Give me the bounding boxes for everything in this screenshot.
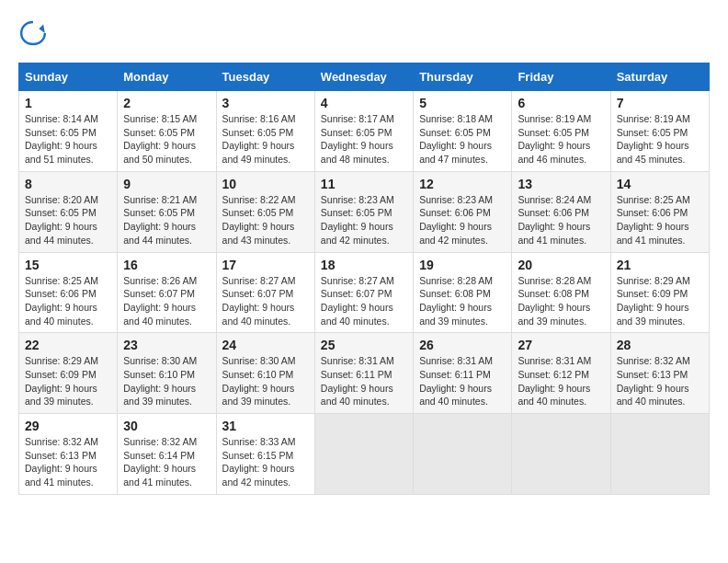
day-number: 4 bbox=[321, 96, 407, 110]
header-saturday: Saturday bbox=[610, 63, 709, 91]
calendar-cell: 2Sunrise: 8:15 AMSunset: 6:05 PMDaylight… bbox=[118, 91, 216, 172]
calendar-cell: 14Sunrise: 8:25 AMSunset: 6:06 PMDayligh… bbox=[610, 171, 709, 252]
calendar-cell: 13Sunrise: 8:24 AMSunset: 6:06 PMDayligh… bbox=[512, 171, 610, 252]
day-info: Sunrise: 8:19 AMSunset: 6:05 PMDaylight:… bbox=[518, 112, 604, 167]
day-info: Sunrise: 8:19 AMSunset: 6:05 PMDaylight:… bbox=[617, 112, 703, 167]
calendar-cell: 27Sunrise: 8:31 AMSunset: 6:12 PMDayligh… bbox=[512, 333, 610, 414]
day-number: 5 bbox=[419, 96, 506, 110]
day-number: 7 bbox=[617, 96, 703, 110]
calendar-cell: 15Sunrise: 8:25 AMSunset: 6:06 PMDayligh… bbox=[19, 252, 118, 333]
calendar-cell: 28Sunrise: 8:32 AMSunset: 6:13 PMDayligh… bbox=[610, 333, 709, 414]
calendar-cell: 30Sunrise: 8:32 AMSunset: 6:14 PMDayligh… bbox=[118, 414, 216, 495]
day-info: Sunrise: 8:14 AMSunset: 6:05 PMDaylight:… bbox=[25, 112, 111, 167]
calendar-cell: 20Sunrise: 8:28 AMSunset: 6:08 PMDayligh… bbox=[512, 252, 610, 333]
calendar-cell: 7Sunrise: 8:19 AMSunset: 6:05 PMDaylight… bbox=[610, 91, 709, 172]
day-number: 27 bbox=[518, 338, 604, 352]
day-number: 29 bbox=[25, 419, 111, 433]
day-number: 22 bbox=[25, 338, 111, 352]
header-monday: Monday bbox=[118, 63, 216, 91]
day-number: 25 bbox=[321, 338, 407, 352]
day-info: Sunrise: 8:26 AMSunset: 6:07 PMDaylight:… bbox=[123, 274, 210, 328]
week-row-2: 8Sunrise: 8:20 AMSunset: 6:05 PMDaylight… bbox=[19, 171, 710, 252]
header-tuesday: Tuesday bbox=[216, 63, 314, 91]
header-sunday: Sunday bbox=[19, 63, 118, 91]
day-info: Sunrise: 8:15 AMSunset: 6:05 PMDaylight:… bbox=[123, 112, 210, 167]
calendar-cell: 25Sunrise: 8:31 AMSunset: 6:11 PMDayligh… bbox=[314, 333, 413, 414]
week-row-5: 29Sunrise: 8:32 AMSunset: 6:13 PMDayligh… bbox=[19, 414, 710, 495]
calendar-cell: 19Sunrise: 8:28 AMSunset: 6:08 PMDayligh… bbox=[414, 252, 512, 333]
calendar-cell: 5Sunrise: 8:18 AMSunset: 6:05 PMDaylight… bbox=[414, 91, 512, 172]
day-number: 10 bbox=[222, 177, 309, 191]
calendar-header-row: SundayMondayTuesdayWednesdayThursdayFrid… bbox=[19, 63, 710, 91]
day-number: 13 bbox=[518, 177, 604, 191]
header-friday: Friday bbox=[512, 63, 610, 91]
calendar-cell bbox=[512, 414, 610, 495]
day-number: 30 bbox=[123, 419, 210, 433]
calendar-cell: 11Sunrise: 8:23 AMSunset: 6:05 PMDayligh… bbox=[314, 171, 413, 252]
day-number: 28 bbox=[617, 338, 703, 352]
calendar-cell bbox=[610, 414, 709, 495]
day-info: Sunrise: 8:30 AMSunset: 6:10 PMDaylight:… bbox=[123, 354, 210, 408]
day-info: Sunrise: 8:31 AMSunset: 6:12 PMDaylight:… bbox=[518, 354, 604, 408]
day-info: Sunrise: 8:27 AMSunset: 6:07 PMDaylight:… bbox=[222, 274, 309, 328]
day-number: 23 bbox=[123, 338, 210, 352]
logo-icon bbox=[18, 18, 48, 48]
calendar-cell: 26Sunrise: 8:31 AMSunset: 6:11 PMDayligh… bbox=[414, 333, 512, 414]
day-info: Sunrise: 8:29 AMSunset: 6:09 PMDaylight:… bbox=[25, 354, 111, 408]
calendar-cell: 4Sunrise: 8:17 AMSunset: 6:05 PMDaylight… bbox=[314, 91, 413, 172]
day-info: Sunrise: 8:16 AMSunset: 6:05 PMDaylight:… bbox=[222, 112, 309, 167]
day-number: 19 bbox=[419, 258, 506, 272]
day-number: 15 bbox=[25, 258, 111, 272]
day-info: Sunrise: 8:28 AMSunset: 6:08 PMDaylight:… bbox=[518, 274, 604, 328]
day-number: 17 bbox=[222, 258, 309, 272]
day-number: 24 bbox=[222, 338, 309, 352]
day-number: 31 bbox=[222, 419, 309, 433]
calendar-cell: 31Sunrise: 8:33 AMSunset: 6:15 PMDayligh… bbox=[216, 414, 314, 495]
calendar-cell: 10Sunrise: 8:22 AMSunset: 6:05 PMDayligh… bbox=[216, 171, 314, 252]
calendar-cell: 9Sunrise: 8:21 AMSunset: 6:05 PMDaylight… bbox=[118, 171, 216, 252]
calendar-cell bbox=[414, 414, 512, 495]
calendar-cell: 12Sunrise: 8:23 AMSunset: 6:06 PMDayligh… bbox=[414, 171, 512, 252]
day-number: 20 bbox=[518, 258, 604, 272]
day-info: Sunrise: 8:24 AMSunset: 6:06 PMDaylight:… bbox=[518, 193, 604, 247]
calendar-cell: 21Sunrise: 8:29 AMSunset: 6:09 PMDayligh… bbox=[610, 252, 709, 333]
day-info: Sunrise: 8:25 AMSunset: 6:06 PMDaylight:… bbox=[25, 274, 111, 328]
day-number: 1 bbox=[25, 96, 111, 110]
day-number: 18 bbox=[321, 258, 407, 272]
day-number: 21 bbox=[617, 258, 703, 272]
day-info: Sunrise: 8:23 AMSunset: 6:06 PMDaylight:… bbox=[419, 193, 506, 247]
calendar-cell: 29Sunrise: 8:32 AMSunset: 6:13 PMDayligh… bbox=[19, 414, 118, 495]
day-number: 8 bbox=[25, 177, 111, 191]
day-info: Sunrise: 8:32 AMSunset: 6:14 PMDaylight:… bbox=[123, 435, 210, 489]
calendar-cell: 17Sunrise: 8:27 AMSunset: 6:07 PMDayligh… bbox=[216, 252, 314, 333]
day-info: Sunrise: 8:29 AMSunset: 6:09 PMDaylight:… bbox=[617, 274, 703, 328]
day-info: Sunrise: 8:28 AMSunset: 6:08 PMDaylight:… bbox=[419, 274, 506, 328]
day-info: Sunrise: 8:31 AMSunset: 6:11 PMDaylight:… bbox=[321, 354, 407, 408]
calendar-cell: 23Sunrise: 8:30 AMSunset: 6:10 PMDayligh… bbox=[118, 333, 216, 414]
day-info: Sunrise: 8:22 AMSunset: 6:05 PMDaylight:… bbox=[222, 193, 309, 247]
calendar-cell: 3Sunrise: 8:16 AMSunset: 6:05 PMDaylight… bbox=[216, 91, 314, 172]
day-info: Sunrise: 8:32 AMSunset: 6:13 PMDaylight:… bbox=[25, 435, 111, 489]
calendar-cell: 24Sunrise: 8:30 AMSunset: 6:10 PMDayligh… bbox=[216, 333, 314, 414]
week-row-1: 1Sunrise: 8:14 AMSunset: 6:05 PMDaylight… bbox=[19, 91, 710, 172]
day-info: Sunrise: 8:32 AMSunset: 6:13 PMDaylight:… bbox=[617, 354, 703, 408]
week-row-4: 22Sunrise: 8:29 AMSunset: 6:09 PMDayligh… bbox=[19, 333, 710, 414]
calendar-cell: 8Sunrise: 8:20 AMSunset: 6:05 PMDaylight… bbox=[19, 171, 118, 252]
calendar-cell: 22Sunrise: 8:29 AMSunset: 6:09 PMDayligh… bbox=[19, 333, 118, 414]
calendar-cell: 18Sunrise: 8:27 AMSunset: 6:07 PMDayligh… bbox=[314, 252, 413, 333]
day-info: Sunrise: 8:21 AMSunset: 6:05 PMDaylight:… bbox=[123, 193, 210, 247]
day-number: 26 bbox=[419, 338, 506, 352]
header-wednesday: Wednesday bbox=[314, 63, 413, 91]
header-thursday: Thursday bbox=[414, 63, 512, 91]
calendar-cell bbox=[314, 414, 413, 495]
calendar-cell: 16Sunrise: 8:26 AMSunset: 6:07 PMDayligh… bbox=[118, 252, 216, 333]
day-info: Sunrise: 8:27 AMSunset: 6:07 PMDaylight:… bbox=[321, 274, 407, 328]
calendar-table: SundayMondayTuesdayWednesdayThursdayFrid… bbox=[18, 63, 710, 495]
page-header bbox=[18, 18, 710, 48]
calendar-cell: 6Sunrise: 8:19 AMSunset: 6:05 PMDaylight… bbox=[512, 91, 610, 172]
day-info: Sunrise: 8:20 AMSunset: 6:05 PMDaylight:… bbox=[25, 193, 111, 247]
day-info: Sunrise: 8:33 AMSunset: 6:15 PMDaylight:… bbox=[222, 435, 309, 489]
day-number: 9 bbox=[123, 177, 210, 191]
day-info: Sunrise: 8:25 AMSunset: 6:06 PMDaylight:… bbox=[617, 193, 703, 247]
day-number: 16 bbox=[123, 258, 210, 272]
